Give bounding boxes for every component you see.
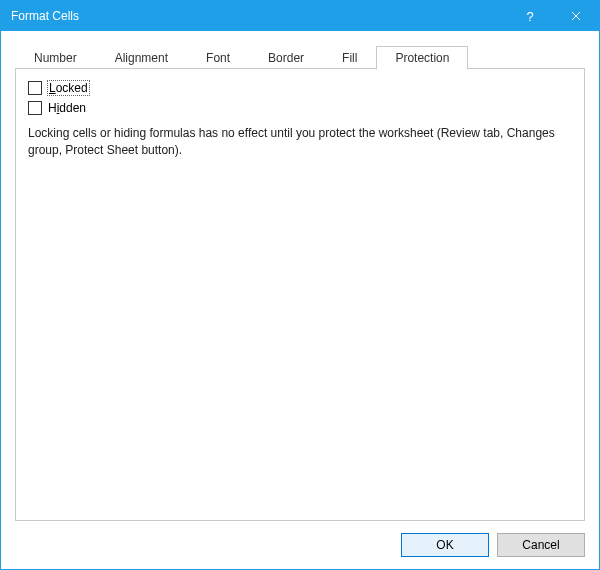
locked-rest: ocked	[56, 81, 88, 95]
locked-label[interactable]: Locked	[48, 81, 89, 95]
hidden-label[interactable]: Hidden	[48, 101, 86, 115]
help-icon: ?	[526, 9, 533, 24]
hidden-row: Hidden	[28, 101, 572, 115]
titlebar: Format Cells ?	[1, 1, 599, 31]
client-area: Number Alignment Font Border Fill Protec…	[1, 31, 599, 569]
tab-font[interactable]: Font	[187, 45, 249, 69]
protection-description: Locking cells or hiding formulas has no …	[28, 125, 572, 159]
hidden-rest: dden	[59, 101, 86, 115]
tab-protection[interactable]: Protection	[376, 46, 468, 70]
hidden-pre: H	[48, 101, 57, 115]
tab-border[interactable]: Border	[249, 45, 323, 69]
dialog-footer: OK Cancel	[15, 521, 585, 557]
tab-fill[interactable]: Fill	[323, 45, 376, 69]
tab-number[interactable]: Number	[15, 45, 96, 69]
ok-button[interactable]: OK	[401, 533, 489, 557]
protection-panel: Locked Hidden Locking cells or hiding fo…	[15, 69, 585, 521]
format-cells-dialog: Format Cells ? Number Alignment Font Bor…	[0, 0, 600, 570]
help-button[interactable]: ?	[507, 1, 553, 31]
tab-alignment[interactable]: Alignment	[96, 45, 187, 69]
locked-row: Locked	[28, 81, 572, 95]
hidden-checkbox[interactable]	[28, 101, 42, 115]
locked-accel: L	[49, 81, 56, 95]
dialog-title: Format Cells	[11, 9, 79, 23]
cancel-button[interactable]: Cancel	[497, 533, 585, 557]
tab-strip: Number Alignment Font Border Fill Protec…	[15, 45, 585, 69]
close-button[interactable]	[553, 1, 599, 31]
close-icon	[571, 11, 581, 21]
locked-checkbox[interactable]	[28, 81, 42, 95]
